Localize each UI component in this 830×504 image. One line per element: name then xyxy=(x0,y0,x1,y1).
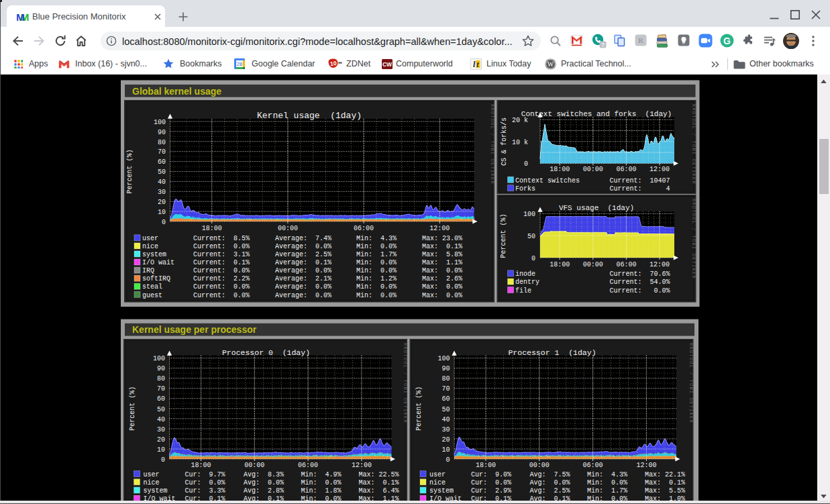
svg-text:28: 28 xyxy=(237,61,242,67)
svg-text:Min: 1.8%: Min: 1.8% xyxy=(301,487,342,495)
svg-text:Percent (%): Percent (%) xyxy=(415,387,423,431)
svg-text:Max: 0.1%: Max: 0.1% xyxy=(422,243,462,250)
svg-text:Kernel usage (1day): Kernel usage (1day) xyxy=(257,111,362,121)
svg-text:00:00: 00:00 xyxy=(278,225,298,232)
svg-text:Avg: 8.3%: Avg: 8.3% xyxy=(244,471,284,478)
svg-text:I/O wait: I/O wait xyxy=(142,259,174,266)
svg-text:Min: 4.3%: Min: 4.3% xyxy=(587,471,627,478)
svg-text:90: 90 xyxy=(442,365,450,372)
svg-text:steal: steal xyxy=(142,283,162,291)
svg-text:Cur: 2.9%: Cur: 2.9% xyxy=(471,487,511,495)
svg-text:Average: 7.4%: Average: 7.4% xyxy=(275,235,331,242)
svg-text:10: 10 xyxy=(158,209,166,216)
svg-text:90: 90 xyxy=(157,365,165,372)
svg-text:40: 40 xyxy=(442,416,450,423)
svg-text:00:00: 00:00 xyxy=(583,166,603,173)
svg-text:nice: nice xyxy=(429,479,446,487)
svg-text:Current: 2.2%: Current: 2.2% xyxy=(193,275,250,283)
svg-text:Avg: 2.8%: Avg: 2.8% xyxy=(244,487,284,495)
svg-text:0: 0 xyxy=(531,255,535,262)
svg-text:18:00: 18:00 xyxy=(476,462,496,469)
svg-text:Min: 0.0%: Min: 0.0% xyxy=(301,479,342,487)
svg-text:RRDTOOL / TOBI OETIKER: RRDTOOL / TOBI OETIKER xyxy=(403,343,408,423)
svg-text:06:00: 06:00 xyxy=(583,462,603,469)
svg-text:Avg: 7.5%: Avg: 7.5% xyxy=(530,471,570,478)
svg-text:10 k: 10 k xyxy=(512,139,528,146)
svg-text:nice: nice xyxy=(142,243,158,250)
svg-text:file: file xyxy=(515,287,531,295)
svg-text:12:00: 12:00 xyxy=(650,166,670,173)
svg-text:10: 10 xyxy=(442,446,450,454)
svg-text:Min: 0.0%: Min: 0.0% xyxy=(587,479,627,487)
svg-text:Max: 5.5%: Max: 5.5% xyxy=(645,487,685,495)
svg-text:50: 50 xyxy=(158,168,166,176)
svg-text:60: 60 xyxy=(157,395,165,403)
svg-text:RRDTOOL / TOBI OETIKER: RRDTOOL / TOBI OETIKER xyxy=(688,343,694,423)
svg-text:20: 20 xyxy=(158,199,166,206)
svg-text:Max: 2.6%: Max: 2.6% xyxy=(422,275,462,283)
svg-text:100: 100 xyxy=(523,211,535,218)
svg-text:60: 60 xyxy=(158,158,166,166)
svg-text:06:00: 06:00 xyxy=(354,225,374,232)
svg-text:Average: 2.1%: Average: 2.1% xyxy=(275,275,331,283)
svg-text:CS & forks/s: CS & forks/s xyxy=(501,117,508,166)
svg-text:Max: 0.0%: Max: 0.0% xyxy=(422,292,462,299)
svg-text:G: G xyxy=(723,36,731,46)
svg-text:Cur: 9.7%: Cur: 9.7% xyxy=(185,471,225,478)
svg-text:Max: 0.1%: Max: 0.1% xyxy=(359,479,399,487)
svg-text:IRQ: IRQ xyxy=(142,267,154,274)
svg-text:60: 60 xyxy=(442,395,450,403)
svg-text:Min: 0.0%: Min: 0.0% xyxy=(356,267,397,274)
svg-text:Max: 1.1%: Max: 1.1% xyxy=(422,259,462,266)
svg-text:Current: 0.0%: Current: 0.0% xyxy=(609,287,670,295)
svg-text:18:00: 18:00 xyxy=(202,225,222,232)
svg-text:Min: 0.0%: Min: 0.0% xyxy=(356,259,397,266)
svg-text:guest: guest xyxy=(142,292,162,299)
svg-text:Min: 1.7%: Min: 1.7% xyxy=(356,251,397,258)
svg-text:80: 80 xyxy=(157,375,165,383)
svg-text:Cur: 9.0%: Cur: 9.0% xyxy=(471,471,511,478)
svg-text:0: 0 xyxy=(446,456,450,464)
svg-text:system: system xyxy=(144,487,168,495)
svg-text:100: 100 xyxy=(153,355,165,362)
svg-text:Min: 1.7%: Min: 1.7% xyxy=(587,487,627,495)
svg-text:Processor 0 (1day): Processor 0 (1day) xyxy=(222,348,310,357)
svg-text:softIRQ: softIRQ xyxy=(142,275,170,283)
svg-text:Max: 0.1%: Max: 0.1% xyxy=(645,479,685,487)
svg-text:00:00: 00:00 xyxy=(583,261,603,268)
svg-text:Min: 0.0%: Min: 0.0% xyxy=(356,243,397,250)
svg-text:100: 100 xyxy=(154,119,166,126)
svg-text:VFS usage (1day): VFS usage (1day) xyxy=(559,204,634,212)
svg-text:Percent (%): Percent (%) xyxy=(126,149,134,193)
svg-text:Max: 22.1%: Max: 22.1% xyxy=(645,471,685,478)
svg-text:Average: 0.1%: Average: 0.1% xyxy=(275,259,331,266)
svg-text:20: 20 xyxy=(157,436,165,444)
svg-text:20 k: 20 k xyxy=(512,117,528,124)
svg-text:50: 50 xyxy=(442,406,450,413)
svg-text:06:00: 06:00 xyxy=(616,261,636,268)
svg-text:Max: 22.5%: Max: 22.5% xyxy=(359,471,399,478)
svg-text:Max: 6.4%: Max: 6.4% xyxy=(359,487,399,495)
svg-text:12:00: 12:00 xyxy=(429,225,450,232)
svg-text:Context switches and forks (1: Context switches and forks (1day) xyxy=(521,110,672,118)
svg-text:0: 0 xyxy=(161,456,165,464)
svg-text:Min: 4.9%: Min: 4.9% xyxy=(301,471,342,478)
svg-text:RRDTOOL / TOBI OETIKER: RRDTOOL / TOBI OETIKER xyxy=(691,104,696,185)
svg-text:Max: 23.0%: Max: 23.0% xyxy=(422,235,462,242)
svg-text:0: 0 xyxy=(524,160,528,168)
svg-text:inode: inode xyxy=(515,270,535,278)
svg-text:nice: nice xyxy=(144,479,160,487)
svg-text:Context switches: Context switches xyxy=(515,177,580,185)
svg-text:Current: 0.0%: Current: 0.0% xyxy=(193,283,250,291)
svg-text:40: 40 xyxy=(157,416,165,423)
svg-text:Average: 0.0%: Average: 0.0% xyxy=(275,292,331,299)
svg-text:Avg: 0.0%: Avg: 0.0% xyxy=(244,479,284,487)
svg-text:W: W xyxy=(548,60,554,68)
svg-text:user: user xyxy=(142,235,158,242)
svg-text:Min: 4.3%: Min: 4.3% xyxy=(356,235,397,242)
svg-text:Cur: 0.0%: Cur: 0.0% xyxy=(185,479,225,487)
svg-text:Average: 0.0%: Average: 0.0% xyxy=(275,267,331,274)
svg-text:18:00: 18:00 xyxy=(191,462,211,469)
svg-text:Percent (%): Percent (%) xyxy=(500,213,507,258)
svg-text:Min: 0.0%: Min: 0.0% xyxy=(356,292,397,299)
